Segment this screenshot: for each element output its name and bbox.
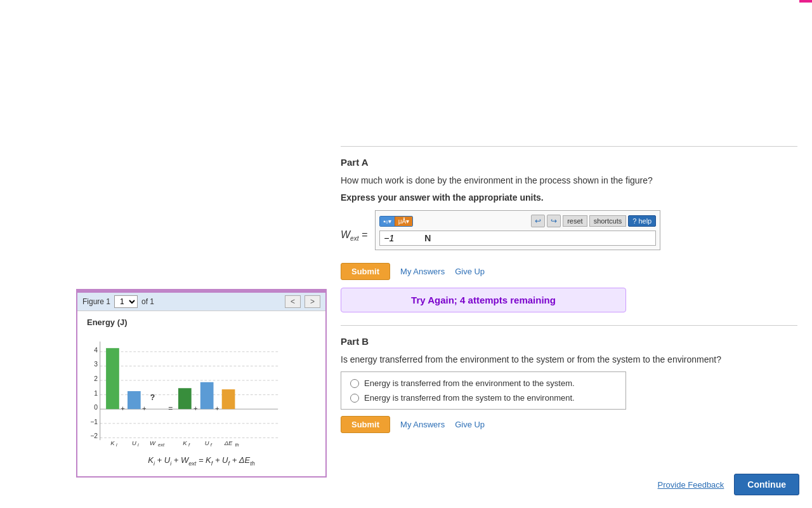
reset-button[interactable]: reset bbox=[563, 215, 587, 227]
radio-label-1: Energy is transferred from the environme… bbox=[364, 378, 575, 388]
figure-prev-button[interactable]: < bbox=[285, 295, 301, 308]
svg-text:+: + bbox=[142, 404, 147, 412]
svg-text:U: U bbox=[132, 439, 136, 446]
answer-toolbar: ▪₀▾ μÅ▾ ↩ ↪ reset shortcuts ? help bbox=[379, 215, 656, 227]
svg-rect-27 bbox=[178, 388, 192, 409]
svg-text:i: i bbox=[138, 443, 139, 448]
svg-text:+: + bbox=[121, 404, 125, 412]
provide-feedback-button[interactable]: Provide Feedback bbox=[658, 480, 724, 490]
radio-group: Energy is transferred from the environme… bbox=[341, 371, 626, 410]
figure-title-label: Figure 1 bbox=[82, 297, 110, 306]
answer-input-row[interactable]: N bbox=[379, 231, 656, 246]
part-b-divider bbox=[341, 325, 797, 326]
answer-input[interactable] bbox=[384, 233, 422, 243]
part-a-my-answers-button[interactable]: My Answers bbox=[400, 267, 445, 276]
figure-next-button[interactable]: > bbox=[304, 295, 320, 308]
svg-text:+: + bbox=[215, 404, 219, 412]
svg-text:ext: ext bbox=[158, 443, 165, 448]
format-icon[interactable]: ▪₀▾ bbox=[380, 217, 395, 226]
part-a-instruction: Express your answer with the appropriate… bbox=[341, 192, 797, 203]
svg-text:K: K bbox=[110, 439, 115, 446]
part-a-label: Part A bbox=[341, 157, 797, 168]
svg-text:2: 2 bbox=[94, 375, 98, 382]
svg-text:f: f bbox=[211, 443, 213, 448]
svg-rect-19 bbox=[128, 391, 141, 409]
svg-text:K: K bbox=[183, 439, 187, 446]
undo-button[interactable]: ↩ bbox=[531, 215, 545, 227]
bottom-row: Provide Feedback Continue bbox=[658, 474, 799, 495]
radio-option-2[interactable]: Energy is transferred from the system to… bbox=[350, 393, 617, 403]
part-a-section: Part A How much work is done by the envi… bbox=[341, 157, 797, 312]
part-b-my-answers-button[interactable]: My Answers bbox=[400, 420, 445, 429]
radio-label-2: Energy is transferred from the system to… bbox=[364, 393, 575, 403]
figure-panel: Figure 1 1 of 1 < > Energy (J) 4 3 2 1 0… bbox=[76, 289, 327, 478]
try-again-banner: Try Again; 4 attempts remaining bbox=[341, 288, 626, 312]
svg-text:+: + bbox=[193, 404, 198, 412]
svg-text:W: W bbox=[150, 439, 156, 446]
wext-math-label: Wext = bbox=[341, 229, 367, 242]
answer-box: ▪₀▾ μÅ▾ ↩ ↪ reset shortcuts ? help bbox=[375, 210, 660, 250]
figure-equation: Ki + Ui + Wext = Kf + Uf + ΔEth bbox=[87, 455, 316, 467]
part-b-section: Part B Is energy transferred from the en… bbox=[341, 336, 797, 433]
format-icon-group[interactable]: ▪₀▾ μÅ▾ bbox=[379, 216, 413, 227]
top-accent-bar bbox=[799, 0, 812, 3]
radio-option-1[interactable]: Energy is transferred from the environme… bbox=[350, 378, 617, 388]
part-b-submit-row: Submit My Answers Give Up bbox=[341, 416, 797, 433]
part-b-submit-button[interactable]: Submit bbox=[341, 416, 390, 433]
part-a-divider bbox=[341, 146, 797, 147]
svg-text:−2: −2 bbox=[90, 432, 98, 439]
answer-unit: N bbox=[424, 233, 431, 243]
equation-row: Wext = ▪₀▾ μÅ▾ ↩ ↪ bbox=[341, 210, 797, 257]
main-content: Part A How much work is done by the envi… bbox=[341, 146, 797, 441]
svg-rect-31 bbox=[200, 382, 214, 409]
svg-text:0: 0 bbox=[94, 404, 98, 411]
part-a-question: How much work is done by the environment… bbox=[341, 174, 797, 187]
svg-text:i: i bbox=[116, 443, 117, 448]
part-b-give-up-button[interactable]: Give Up bbox=[455, 420, 485, 429]
redo-button[interactable]: ↪ bbox=[547, 215, 561, 227]
svg-text:U: U bbox=[205, 439, 209, 446]
part-b-label: Part B bbox=[341, 336, 797, 347]
part-a-give-up-button[interactable]: Give Up bbox=[455, 267, 485, 276]
part-a-submit-row: Submit My Answers Give Up bbox=[341, 263, 797, 280]
svg-text:1: 1 bbox=[94, 390, 98, 397]
svg-text:=: = bbox=[168, 404, 173, 413]
radio-input-2[interactable] bbox=[350, 394, 359, 403]
radio-input-1[interactable] bbox=[350, 379, 359, 388]
svg-text:3: 3 bbox=[94, 361, 98, 368]
chart-title: Energy (J) bbox=[87, 318, 316, 327]
help-button[interactable]: ? help bbox=[628, 215, 656, 227]
energy-chart: 4 3 2 1 0 −1 −2 K bbox=[87, 332, 290, 450]
part-b-question: Is energy transferred from the environme… bbox=[341, 353, 797, 366]
svg-text:f: f bbox=[188, 443, 190, 448]
figure-select[interactable]: 1 bbox=[114, 295, 138, 308]
figure-body: Energy (J) 4 3 2 1 0 −1 −2 bbox=[77, 311, 325, 476]
svg-text:4: 4 bbox=[94, 347, 98, 354]
figure-of-label: of 1 bbox=[141, 297, 154, 306]
svg-rect-35 bbox=[222, 389, 235, 409]
part-a-submit-button[interactable]: Submit bbox=[341, 263, 390, 280]
continue-button[interactable]: Continue bbox=[734, 474, 799, 495]
svg-text:?: ? bbox=[150, 393, 155, 402]
figure-header: Figure 1 1 of 1 < > bbox=[77, 293, 325, 311]
svg-rect-15 bbox=[106, 348, 119, 409]
svg-text:th: th bbox=[235, 443, 239, 448]
svg-text:−1: −1 bbox=[90, 418, 98, 425]
svg-text:ΔE: ΔE bbox=[224, 439, 233, 446]
units-icon[interactable]: μÅ▾ bbox=[395, 217, 412, 226]
shortcuts-button[interactable]: shortcuts bbox=[589, 215, 627, 227]
